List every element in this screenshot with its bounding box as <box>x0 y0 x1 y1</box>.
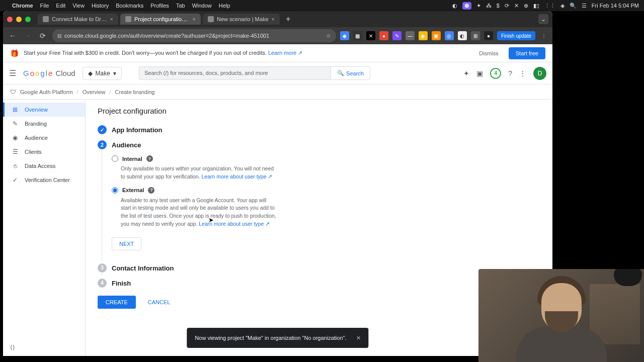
sidebar-item-verification[interactable]: ✓Verification Center <box>3 173 85 187</box>
tab-close-icon[interactable]: × <box>193 16 196 22</box>
menu-history[interactable]: History <box>92 3 109 9</box>
extension-icon[interactable]: ◎ <box>445 31 454 40</box>
url-field[interactable]: ⊟ console.cloud.google.com/auth/overview… <box>52 29 336 42</box>
browser-tab[interactable]: Connect Make to Drive × <box>38 14 118 25</box>
check-icon: ✓ <box>98 125 107 134</box>
radio-input[interactable] <box>112 155 118 162</box>
hamburger-icon[interactable]: ☰ <box>9 68 16 78</box>
breadcrumb-item[interactable]: Google Auth Platform <box>20 89 73 95</box>
window-close-button[interactable] <box>7 17 13 22</box>
menu-view[interactable]: View <box>72 3 85 9</box>
search-input[interactable]: Search (/) for resources, docs, products… <box>139 66 331 80</box>
status-icon[interactable]: ◐ <box>452 3 457 9</box>
extension-icon[interactable]: ◉ <box>419 31 428 40</box>
info-icon[interactable]: ? <box>148 187 154 194</box>
help-icon[interactable]: ? <box>508 69 512 77</box>
status-icon[interactable]: $ <box>497 3 500 9</box>
window-maximize-button[interactable] <box>25 17 31 22</box>
account-avatar[interactable]: D <box>533 67 546 80</box>
next-button[interactable]: NEXT <box>112 237 141 250</box>
step-title: Finish <box>112 280 131 287</box>
gemini-icon[interactable]: ✦ <box>463 69 469 77</box>
extension-icon[interactable]: — <box>406 31 415 40</box>
radio-input[interactable] <box>112 187 118 194</box>
status-icon[interactable]: ⬢ <box>462 2 471 10</box>
cloud-shell-icon[interactable]: ▣ <box>476 69 483 77</box>
learn-more-link[interactable]: Learn more about user type ↗ <box>199 221 270 227</box>
step-number-badge: 2 <box>98 140 107 149</box>
menu-profiles[interactable]: Profiles <box>150 3 169 9</box>
menu-file[interactable]: File <box>40 3 49 9</box>
gift-icon: 🎁 <box>10 49 19 57</box>
search-icon[interactable]: 🔍 <box>570 3 577 9</box>
extension-icon[interactable]: ▦ <box>353 31 362 40</box>
learn-more-link[interactable]: Learn more about user type ↗ <box>202 173 273 179</box>
bookmark-star-icon[interactable]: ☆ <box>326 33 331 39</box>
project-name: Make <box>96 70 110 77</box>
toast-close-icon[interactable]: × <box>356 334 360 342</box>
browser-window: Connect Make to Drive × Project configur… <box>3 11 552 356</box>
tab-overflow-button[interactable]: ⌄ <box>538 14 548 24</box>
create-button[interactable]: CREATE <box>98 296 136 309</box>
step-contact-information[interactable]: 3 Contact Information <box>98 263 540 273</box>
radio-external[interactable]: External ? <box>112 187 278 194</box>
sidebar-item-clients[interactable]: ☰Clients <box>3 145 85 159</box>
menu-bookmarks[interactable]: Bookmarks <box>116 3 143 9</box>
menu-window[interactable]: Window <box>192 3 212 9</box>
sidebar-item-overview[interactable]: ⊞Overview <box>3 103 85 117</box>
clock[interactable]: Fri Feb 14 5:04 PM <box>592 3 639 9</box>
forward-button[interactable]: → <box>22 32 33 40</box>
cancel-button[interactable]: CANCEL <box>143 296 176 309</box>
status-icon[interactable]: ⟳ <box>505 3 509 9</box>
control-center-icon[interactable]: ☰ <box>582 3 587 9</box>
top-nav: ☰ Google Cloud ◆ Make ▾ Search (/) for r… <box>3 62 552 84</box>
radio-internal[interactable]: Internal ? <box>112 155 278 162</box>
finish-update-button[interactable]: Finish update <box>497 31 535 40</box>
extension-icon[interactable]: ● <box>379 31 388 40</box>
sidebar-item-data-access[interactable]: ⎋Data Access <box>3 159 85 173</box>
extension-icon[interactable]: ◐ <box>458 31 467 40</box>
window-minimize-button[interactable] <box>16 17 22 22</box>
profile-icon[interactable]: ● <box>484 31 493 40</box>
menu-tab[interactable]: Tab <box>176 3 185 9</box>
info-icon[interactable]: ? <box>146 155 153 162</box>
status-icon[interactable]: ✦ <box>476 3 481 9</box>
more-icon[interactable]: ⋮ <box>519 69 526 77</box>
wifi-icon[interactable]: ◈ <box>560 3 565 9</box>
menu-help[interactable]: Help <box>219 3 230 9</box>
google-cloud-logo[interactable]: Google Cloud <box>23 69 75 77</box>
back-button[interactable]: ← <box>7 32 18 40</box>
browser-tab[interactable]: Project configuration – Goog × <box>120 14 201 25</box>
credits-badge[interactable]: 4 <box>490 68 501 79</box>
status-icon[interactable]: ⊕ <box>524 3 528 9</box>
reload-button[interactable]: ⟳ <box>37 32 48 40</box>
start-free-button[interactable]: Start free <box>509 47 545 59</box>
tab-close-icon[interactable]: × <box>110 16 113 22</box>
menu-edit[interactable]: Edit <box>56 3 65 9</box>
extension-icon[interactable]: ⊞ <box>471 31 480 40</box>
search-button[interactable]: 🔍 Search <box>331 66 370 80</box>
site-info-icon[interactable]: ⊟ <box>57 33 61 39</box>
sidebar-item-branding[interactable]: ✎Branding <box>3 117 85 131</box>
step-app-information[interactable]: ✓ App Information <box>98 125 540 134</box>
status-icon[interactable]: ✕ <box>514 3 519 9</box>
active-app[interactable]: Chrome <box>12 3 33 9</box>
learn-more-link[interactable]: Learn more ↗ <box>268 50 302 56</box>
extension-icon[interactable]: ◆ <box>340 31 349 40</box>
wifi-icon[interactable]: ⋮⋮ <box>544 3 555 9</box>
tab-close-icon[interactable]: × <box>272 16 275 22</box>
marketplace-icon[interactable]: ⟨⟩ <box>10 344 15 351</box>
browser-tab[interactable]: New scenario | Make × <box>203 14 280 25</box>
battery-icon[interactable]: ▮▯ <box>533 3 539 9</box>
new-tab-button[interactable]: + <box>282 15 294 24</box>
extension-icon[interactable]: ✎ <box>392 31 401 40</box>
project-picker[interactable]: ◆ Make ▾ <box>83 67 122 80</box>
extension-icon[interactable]: ✕ <box>366 31 375 40</box>
browser-menu-icon[interactable]: ⋮ <box>539 31 548 40</box>
breadcrumb-item[interactable]: Overview <box>83 89 106 95</box>
dismiss-button[interactable]: Dismiss <box>474 48 504 58</box>
extension-icon[interactable]: ▣ <box>432 31 441 40</box>
sidebar-item-audience[interactable]: ◉Audience <box>3 131 85 145</box>
step-finish[interactable]: 4 Finish <box>98 279 540 288</box>
status-icon[interactable]: ⁂ <box>486 3 492 9</box>
